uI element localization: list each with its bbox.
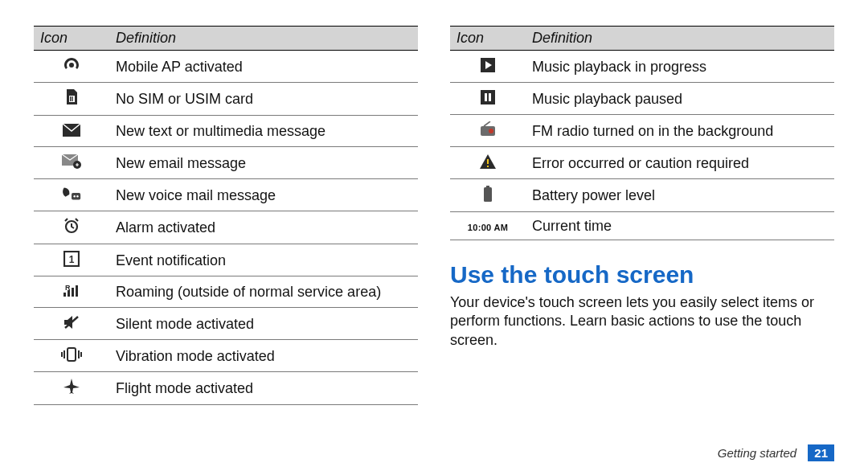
table-cell-definition: Flight mode activated (109, 372, 418, 405)
battery-icon (477, 185, 498, 203)
svg-rect-6 (72, 193, 80, 199)
section-heading: Use the touch screen (450, 261, 834, 289)
svg-rect-20 (481, 90, 495, 104)
svg-rect-22 (489, 93, 491, 101)
silent-mode-icon (61, 313, 82, 331)
table-cell-definition: New voice mail message (109, 179, 418, 211)
message-icon (61, 121, 82, 139)
table-row: Alarm activated (34, 211, 418, 244)
page-footer: Getting started 21 (718, 446, 834, 460)
email-icon (61, 153, 82, 170)
table-cell-definition: New text or multimedia message (109, 116, 418, 147)
table-row: No SIM or USIM card (34, 83, 418, 116)
table-cell-definition: Roaming (outside of normal service area) (109, 276, 418, 308)
svg-point-7 (74, 195, 76, 197)
table-cell-definition: Alarm activated (109, 211, 418, 244)
svg-rect-12 (63, 293, 66, 297)
table-cell-definition: Mobile AP activated (109, 51, 418, 83)
table-row: Flight mode activated (34, 372, 418, 405)
table-row: R Roaming (outside of normal service are… (34, 276, 418, 308)
table-cell-definition: Music playback paused (526, 83, 834, 115)
svg-rect-29 (486, 186, 489, 188)
table-header-definition: Definition (526, 27, 834, 51)
alarm-icon (61, 217, 82, 235)
svg-rect-14 (72, 288, 74, 297)
svg-rect-27 (487, 166, 489, 167)
table-cell-definition: New email message (109, 147, 418, 179)
table-row: Mobile AP activated (34, 51, 418, 83)
svg-rect-15 (76, 285, 78, 297)
table-row: FM radio turned on in the background (450, 115, 834, 147)
left-icon-table: Icon Definition Mobile AP activated (34, 26, 418, 405)
voicemail-icon (61, 185, 82, 203)
table-cell-definition: Vibration mode activated (109, 340, 418, 372)
page: Icon Definition Mobile AP activated (0, 0, 868, 471)
svg-rect-2 (72, 96, 72, 101)
footer-page-number: 21 (808, 444, 834, 461)
svg-rect-18 (68, 348, 76, 361)
svg-text:1: 1 (69, 254, 75, 265)
table-row: 1 Event notification (34, 244, 418, 276)
table-header-icon: Icon (34, 27, 109, 51)
body-text: Your device's touch screen lets you easi… (450, 293, 834, 350)
mobile-ap-icon (61, 56, 82, 74)
table-cell-definition: Music playback in progress (526, 51, 834, 83)
table-row: Silent mode activated (34, 308, 418, 340)
no-sim-icon (61, 88, 82, 106)
table-row: Error occurred or caution required (450, 147, 834, 179)
table-row: Music playback in progress (450, 51, 834, 83)
table-row: Vibration mode activated (34, 340, 418, 372)
table-row: 10:00 AM Current time (450, 212, 834, 240)
table-row: Music playback paused (450, 83, 834, 115)
event-notification-icon: 1 (61, 250, 82, 268)
svg-point-8 (76, 195, 78, 197)
table-row: Battery power level (450, 179, 834, 212)
svg-point-25 (489, 129, 493, 133)
table-cell-definition: Error occurred or caution required (526, 147, 834, 179)
warning-icon (477, 153, 498, 170)
table-cell-definition: Event notification (109, 244, 418, 276)
svg-text:R: R (65, 284, 71, 292)
table-cell-definition: No SIM or USIM card (109, 83, 418, 116)
table-row: New text or multimedia message (34, 116, 418, 147)
table-cell-definition: FM radio turned on in the background (526, 115, 834, 147)
table-row: New email message (34, 147, 418, 179)
svg-rect-1 (70, 96, 71, 101)
vibration-icon (61, 346, 82, 363)
footer-section-name: Getting started (718, 446, 796, 460)
right-icon-table: Icon Definition Music playback in progre… (450, 26, 834, 240)
table-cell-definition: Silent mode activated (109, 308, 418, 340)
table-cell-definition: Current time (526, 212, 834, 240)
fm-radio-icon (477, 121, 498, 138)
music-pause-icon (477, 88, 498, 106)
flight-mode-icon (61, 378, 82, 395)
svg-rect-26 (487, 159, 489, 164)
left-column: Icon Definition Mobile AP activated (34, 26, 418, 463)
table-row: New voice mail message (34, 179, 418, 211)
music-play-icon (477, 56, 498, 74)
table-cell-definition: Battery power level (526, 179, 834, 212)
roaming-icon: R (61, 282, 82, 300)
svg-rect-21 (485, 93, 487, 101)
current-time-icon: 10:00 AM (468, 223, 508, 232)
svg-rect-28 (484, 187, 492, 202)
right-column: Icon Definition Music playback in progre… (450, 26, 834, 463)
table-header-icon: Icon (450, 27, 526, 51)
svg-line-24 (484, 121, 490, 126)
table-header-definition: Definition (109, 27, 418, 51)
